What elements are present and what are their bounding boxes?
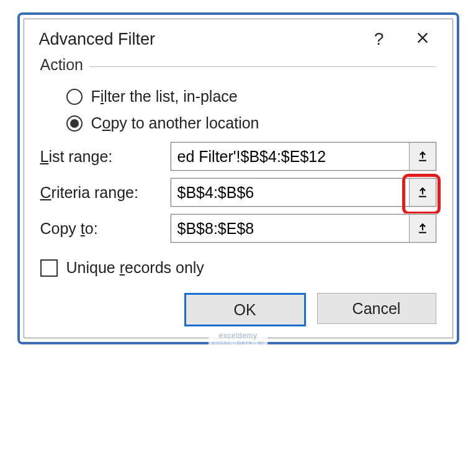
action-group: Action Filter the list, in-place Copy to… (40, 66, 436, 132)
collapse-dialog-icon (416, 222, 429, 235)
watermark: exceldemy EXCEL · DATA · BI (209, 331, 268, 346)
criteria-range-label: Criteria range: (40, 184, 171, 202)
collapse-dialog-icon (416, 150, 429, 163)
collapse-dialog-icon (416, 186, 429, 199)
advanced-filter-dialog: Advanced Filter ? Action Filter the list… (24, 19, 453, 338)
checkbox-label: Unique records only (66, 259, 204, 277)
radio-label: Copy to another location (91, 114, 259, 132)
unique-records-checkbox[interactable]: Unique records only (40, 259, 436, 277)
list-range-picker-button[interactable] (409, 143, 436, 170)
copy-to-picker-button[interactable] (409, 215, 436, 242)
radio-icon (66, 115, 83, 132)
copy-to-input[interactable] (171, 215, 409, 242)
close-button[interactable] (404, 28, 441, 50)
criteria-range-picker-button[interactable] (409, 179, 436, 206)
copy-to-label: Copy to: (40, 220, 171, 238)
ok-button[interactable]: OK (184, 293, 306, 326)
help-button[interactable]: ? (361, 28, 398, 50)
cancel-button[interactable]: Cancel (317, 293, 436, 324)
radio-icon (66, 89, 83, 105)
checkbox-icon (40, 259, 58, 277)
radio-filter-in-place[interactable]: Filter the list, in-place (66, 87, 436, 105)
dialog-title: Advanced Filter (39, 30, 354, 49)
criteria-range-row: Criteria range: (40, 178, 436, 207)
action-legend: Action (40, 56, 89, 74)
list-range-input[interactable] (171, 143, 409, 170)
dialog-buttons: OK Cancel (40, 293, 436, 326)
list-range-row: List range: (40, 142, 436, 171)
criteria-range-input[interactable] (171, 179, 409, 206)
radio-label: Filter the list, in-place (91, 87, 238, 105)
titlebar: Advanced Filter ? (24, 19, 452, 54)
list-range-label: List range: (40, 148, 171, 166)
radio-copy-to-location[interactable]: Copy to another location (66, 114, 436, 132)
close-icon (416, 31, 429, 45)
copy-to-row: Copy to: (40, 214, 436, 243)
